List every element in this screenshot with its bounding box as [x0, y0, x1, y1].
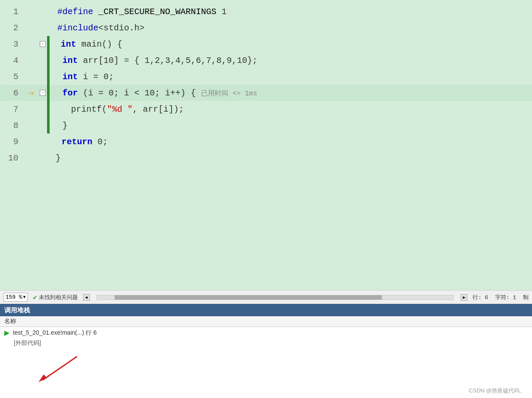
code-text-8: } [62, 121, 68, 131]
zoom-dropdown-icon: ▼ [23, 295, 26, 300]
line-number-10: 10 [0, 153, 24, 163]
line-number-1: 1 [0, 7, 24, 17]
keyword-int-3: int [61, 39, 76, 49]
annotation-area [0, 348, 532, 391]
code-line-9: 9 return 0; [0, 134, 532, 150]
code-line-8: 8 } [0, 117, 532, 134]
status-right-info: 行: 6 字符: 1 制 [473, 294, 529, 301]
svg-line-0 [43, 356, 77, 380]
code-content-2[interactable]: #include<stdio.h> [56, 23, 532, 33]
red-arrow-annotation [34, 352, 86, 386]
green-bar-3 [47, 36, 50, 52]
callstack-external-text: [外部代码] [14, 339, 41, 346]
fold-col-3[interactable]: − [38, 41, 47, 47]
horizontal-scrollbar[interactable] [97, 295, 454, 300]
code-line-3: 3 − int main() { [0, 36, 532, 52]
fold-button-3[interactable]: − [40, 41, 46, 47]
string-7: "%d " [107, 104, 133, 114]
green-bar-5 [47, 68, 50, 85]
callstack-title: 调用堆栈 [4, 306, 30, 314]
keyword-return-9: return [62, 137, 92, 147]
code-line-2: 2 #include<stdio.h> [0, 20, 532, 36]
col-info: 字符: 1 [495, 294, 516, 301]
code-content-1[interactable]: #define _CRT_SECURE_NO_WARNINGS 1 [56, 7, 532, 17]
csdn-watermark: CSDN @熬夜磕代码、 [469, 387, 525, 395]
line-number-8: 8 [0, 121, 24, 131]
code-content-9[interactable]: return 0; [60, 137, 532, 147]
callstack-entry-text: test_5_20_01.exe!main(...) 行 6 [13, 329, 97, 337]
watermark-text: CSDN @熬夜磕代码、 [469, 387, 525, 394]
ok-icon: ✔ [33, 293, 37, 302]
code-text-9: 0; [98, 137, 108, 147]
code-text-7b: , arr[i]); [133, 104, 184, 114]
green-bar-4 [47, 52, 50, 68]
callstack-entry-arrow: ▶ [4, 329, 9, 337]
keyword-for-6: for [62, 88, 78, 98]
line-number-9: 9 [0, 137, 24, 147]
code-line-5: 5 int i = 0; [0, 68, 532, 85]
line-number-2: 2 [0, 23, 24, 33]
editor-area: 1 #define _CRT_SECURE_NO_WARNINGS 1 2 #i… [0, 0, 532, 290]
code-content-6[interactable]: for (i = 0; i < 10; i++) { 已用时间 <= 1ms [61, 88, 532, 98]
code-line-6: 6 ⇒ − for (i = 0; i < 10; i++) { 已用时间 <=… [0, 85, 532, 101]
code-text-5: i = 0; [83, 72, 114, 82]
code-content-7[interactable]: printf("%d ", arr[i]); [69, 104, 532, 114]
status-ok-indicator: ✔ 未找到相关问题 [33, 293, 78, 302]
line-number-6: 6 [0, 88, 24, 98]
column-name-label: 名称 [4, 318, 16, 324]
current-line-arrow: ⇒ [28, 87, 34, 99]
arrow-col-6: ⇒ [24, 87, 38, 99]
code-line-4: 4 int arr[10] = { 1,2,3,4,5,6,7,8,9,10}; [0, 52, 532, 68]
code-text-3: main() { [81, 39, 122, 49]
code-line-7: 7 printf("%d ", arr[i]); [0, 101, 532, 117]
code-text-10: } [56, 153, 61, 163]
fold-button-6[interactable]: − [40, 90, 46, 96]
code-content-8[interactable]: } [61, 121, 532, 131]
zoom-selector[interactable]: 159 % ▼ [3, 293, 28, 302]
code-text-2: #include<stdio.h> [57, 23, 145, 33]
keyword-int-5: int [62, 72, 78, 82]
code-content-4[interactable]: int arr[10] = { 1,2,3,4,5,6,7,8,9,10}; [61, 56, 532, 65]
code-content-5[interactable]: int i = 0; [61, 72, 532, 82]
row-info: 行: 6 [473, 294, 488, 301]
code-text-1: #define _CRT_SECURE_NO_WARNINGS 1 [57, 7, 227, 17]
status-text: 未找到相关问题 [39, 294, 78, 301]
code-line-10: 10 } [0, 150, 532, 166]
green-bar-8 [47, 117, 50, 134]
code-line-1: 1 #define _CRT_SECURE_NO_WARNINGS 1 [0, 3, 532, 20]
callstack-column-header: 名称 [0, 316, 532, 327]
code-container: 1 #define _CRT_SECURE_NO_WARNINGS 1 2 #i… [0, 0, 532, 290]
line-number-5: 5 [0, 72, 24, 82]
callstack-header: 调用堆栈 [0, 305, 532, 316]
status-bar: 159 % ▼ ✔ 未找到相关问题 ◀ ▶ 行: 6 字符: 1 制 [0, 290, 532, 304]
fold-col-6[interactable]: − [38, 90, 47, 96]
line-number-7: 7 [0, 104, 24, 114]
code-text-6a: (i = 0; i < 10; i++) { [83, 88, 201, 98]
code-text-4: arr[10] = { 1,2,3,4,5,6,7,8,9,10}; [83, 56, 257, 65]
scroll-left-button[interactable]: ◀ [83, 294, 90, 301]
callstack-entry-row[interactable]: ▶ test_5_20_01.exe!main(...) 行 6 [0, 327, 532, 339]
code-text-7a: printf( [71, 104, 107, 114]
scroll-right-button[interactable]: ▶ [461, 294, 467, 301]
annotation-6: 已用时间 <= 1ms [201, 90, 257, 98]
code-content-3[interactable]: int main() { [59, 39, 532, 49]
callstack-external-row: [外部代码] [0, 339, 532, 348]
line-number-3: 3 [0, 39, 24, 49]
green-bar-6 [47, 85, 50, 101]
code-content-10[interactable]: } [54, 153, 532, 163]
callstack-panel: 调用堆栈 名称 ▶ test_5_20_01.exe!main(...) 行 6… [0, 304, 532, 398]
svg-marker-1 [38, 374, 47, 382]
zoom-value: 159 % [6, 294, 22, 300]
line-number-4: 4 [0, 56, 24, 65]
keyword-int-4: int [62, 56, 78, 65]
extra-info: 制 [523, 294, 529, 301]
green-bar-7 [47, 101, 50, 117]
scrollbar-thumb[interactable] [115, 295, 382, 300]
